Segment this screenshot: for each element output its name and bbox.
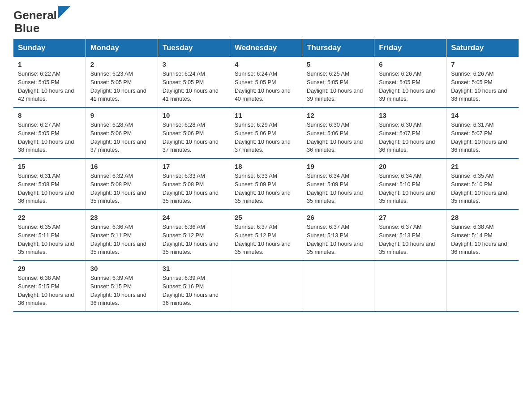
calendar-cell: 15 Sunrise: 6:31 AMSunset: 5:08 PMDaylig… <box>13 158 86 210</box>
day-info: Sunrise: 6:31 AMSunset: 5:08 PMDaylight:… <box>18 172 81 206</box>
calendar-cell <box>374 261 446 312</box>
day-number: 11 <box>235 111 297 119</box>
calendar-cell: 29 Sunrise: 6:38 AMSunset: 5:15 PMDaylig… <box>13 261 86 312</box>
calendar-cell: 16 Sunrise: 6:32 AMSunset: 5:08 PMDaylig… <box>86 158 158 210</box>
col-header-friday: Friday <box>374 39 446 57</box>
day-info: Sunrise: 6:33 AMSunset: 5:08 PMDaylight:… <box>163 172 225 206</box>
day-number: 12 <box>307 111 369 119</box>
day-number: 13 <box>379 111 442 119</box>
day-number: 4 <box>235 60 297 68</box>
calendar-cell: 28 Sunrise: 6:38 AMSunset: 5:14 PMDaylig… <box>446 210 519 261</box>
calendar-cell <box>230 261 302 312</box>
day-info: Sunrise: 6:35 AMSunset: 5:10 PMDaylight:… <box>451 172 514 206</box>
day-info: Sunrise: 6:30 AMSunset: 5:07 PMDaylight:… <box>379 121 442 154</box>
day-info: Sunrise: 6:31 AMSunset: 5:07 PMDaylight:… <box>451 121 514 154</box>
day-info: Sunrise: 6:38 AMSunset: 5:14 PMDaylight:… <box>451 223 514 257</box>
day-number: 20 <box>379 163 442 170</box>
day-info: Sunrise: 6:32 AMSunset: 5:08 PMDaylight:… <box>90 172 153 206</box>
page-header: General Blue <box>13 9 519 34</box>
day-info: Sunrise: 6:37 AMSunset: 5:13 PMDaylight:… <box>307 223 369 257</box>
day-number: 22 <box>18 214 81 221</box>
day-number: 1 <box>18 60 81 68</box>
day-number: 28 <box>451 214 514 221</box>
calendar-cell: 22 Sunrise: 6:35 AMSunset: 5:11 PMDaylig… <box>13 210 86 261</box>
day-number: 19 <box>307 163 369 170</box>
day-number: 31 <box>163 265 225 272</box>
col-header-tuesday: Tuesday <box>158 39 230 57</box>
calendar-cell: 13 Sunrise: 6:30 AMSunset: 5:07 PMDaylig… <box>374 107 446 158</box>
day-info: Sunrise: 6:24 AMSunset: 5:05 PMDaylight:… <box>235 70 297 103</box>
calendar-cell: 26 Sunrise: 6:37 AMSunset: 5:13 PMDaylig… <box>302 210 374 261</box>
day-number: 21 <box>451 163 514 170</box>
col-header-saturday: Saturday <box>446 39 519 57</box>
col-header-monday: Monday <box>86 39 158 57</box>
calendar-cell: 1 Sunrise: 6:22 AMSunset: 5:05 PMDayligh… <box>13 57 86 107</box>
day-info: Sunrise: 6:37 AMSunset: 5:13 PMDaylight:… <box>379 223 442 257</box>
day-number: 15 <box>18 163 81 170</box>
day-info: Sunrise: 6:39 AMSunset: 5:16 PMDaylight:… <box>163 274 225 308</box>
day-number: 23 <box>90 214 153 221</box>
day-info: Sunrise: 6:23 AMSunset: 5:05 PMDaylight:… <box>90 70 153 103</box>
calendar-cell: 4 Sunrise: 6:24 AMSunset: 5:05 PMDayligh… <box>230 57 302 107</box>
col-header-sunday: Sunday <box>13 39 86 57</box>
day-info: Sunrise: 6:37 AMSunset: 5:12 PMDaylight:… <box>235 223 297 257</box>
calendar-cell <box>302 261 374 312</box>
day-info: Sunrise: 6:33 AMSunset: 5:09 PMDaylight:… <box>235 172 297 206</box>
calendar-cell: 20 Sunrise: 6:34 AMSunset: 5:10 PMDaylig… <box>374 158 446 210</box>
day-info: Sunrise: 6:28 AMSunset: 5:06 PMDaylight:… <box>90 121 153 154</box>
day-info: Sunrise: 6:39 AMSunset: 5:15 PMDaylight:… <box>90 274 153 308</box>
day-number: 7 <box>451 60 514 68</box>
day-info: Sunrise: 6:34 AMSunset: 5:10 PMDaylight:… <box>379 172 442 206</box>
calendar-cell: 21 Sunrise: 6:35 AMSunset: 5:10 PMDaylig… <box>446 158 519 210</box>
calendar-cell: 7 Sunrise: 6:26 AMSunset: 5:05 PMDayligh… <box>446 57 519 107</box>
calendar-cell: 14 Sunrise: 6:31 AMSunset: 5:07 PMDaylig… <box>446 107 519 158</box>
calendar-cell: 6 Sunrise: 6:26 AMSunset: 5:05 PMDayligh… <box>374 57 446 107</box>
calendar-cell: 18 Sunrise: 6:33 AMSunset: 5:09 PMDaylig… <box>230 158 302 210</box>
day-number: 5 <box>307 60 369 68</box>
day-info: Sunrise: 6:26 AMSunset: 5:05 PMDaylight:… <box>451 70 514 103</box>
day-info: Sunrise: 6:28 AMSunset: 5:06 PMDaylight:… <box>163 121 225 154</box>
calendar-cell: 19 Sunrise: 6:34 AMSunset: 5:09 PMDaylig… <box>302 158 374 210</box>
calendar-cell: 31 Sunrise: 6:39 AMSunset: 5:16 PMDaylig… <box>158 261 230 312</box>
day-number: 6 <box>379 60 442 68</box>
calendar-cell: 12 Sunrise: 6:30 AMSunset: 5:06 PMDaylig… <box>302 107 374 158</box>
calendar-cell: 2 Sunrise: 6:23 AMSunset: 5:05 PMDayligh… <box>86 57 158 107</box>
day-number: 18 <box>235 163 297 170</box>
logo: General Blue <box>13 9 70 34</box>
calendar-cell: 24 Sunrise: 6:36 AMSunset: 5:12 PMDaylig… <box>158 210 230 261</box>
calendar-cell: 23 Sunrise: 6:36 AMSunset: 5:11 PMDaylig… <box>86 210 158 261</box>
day-info: Sunrise: 6:25 AMSunset: 5:05 PMDaylight:… <box>307 70 369 103</box>
logo-general: General <box>13 9 57 22</box>
day-number: 27 <box>379 214 442 221</box>
calendar-cell: 3 Sunrise: 6:24 AMSunset: 5:05 PMDayligh… <box>158 57 230 107</box>
calendar-cell: 8 Sunrise: 6:27 AMSunset: 5:05 PMDayligh… <box>13 107 86 158</box>
day-number: 25 <box>235 214 297 221</box>
day-info: Sunrise: 6:34 AMSunset: 5:09 PMDaylight:… <box>307 172 369 206</box>
col-header-wednesday: Wednesday <box>230 39 302 57</box>
calendar-cell: 9 Sunrise: 6:28 AMSunset: 5:06 PMDayligh… <box>86 107 158 158</box>
day-number: 8 <box>18 111 81 119</box>
day-info: Sunrise: 6:35 AMSunset: 5:11 PMDaylight:… <box>18 223 81 257</box>
calendar-cell: 25 Sunrise: 6:37 AMSunset: 5:12 PMDaylig… <box>230 210 302 261</box>
calendar-cell: 11 Sunrise: 6:29 AMSunset: 5:06 PMDaylig… <box>230 107 302 158</box>
calendar-cell: 27 Sunrise: 6:37 AMSunset: 5:13 PMDaylig… <box>374 210 446 261</box>
logo-blue: Blue <box>14 22 39 35</box>
calendar-cell: 5 Sunrise: 6:25 AMSunset: 5:05 PMDayligh… <box>302 57 374 107</box>
day-number: 3 <box>163 60 225 68</box>
day-number: 24 <box>163 214 225 221</box>
day-number: 9 <box>90 111 153 119</box>
calendar-cell <box>446 261 519 312</box>
day-number: 17 <box>163 163 225 170</box>
day-info: Sunrise: 6:27 AMSunset: 5:05 PMDaylight:… <box>18 121 81 154</box>
day-number: 30 <box>90 265 153 272</box>
day-info: Sunrise: 6:36 AMSunset: 5:12 PMDaylight:… <box>163 223 225 257</box>
calendar-cell: 30 Sunrise: 6:39 AMSunset: 5:15 PMDaylig… <box>86 261 158 312</box>
calendar-cell: 17 Sunrise: 6:33 AMSunset: 5:08 PMDaylig… <box>158 158 230 210</box>
day-number: 29 <box>18 265 81 272</box>
day-number: 26 <box>307 214 369 221</box>
day-number: 14 <box>451 111 514 119</box>
day-info: Sunrise: 6:36 AMSunset: 5:11 PMDaylight:… <box>90 223 153 257</box>
day-info: Sunrise: 6:38 AMSunset: 5:15 PMDaylight:… <box>18 274 81 308</box>
logo-triangle-icon <box>58 6 70 19</box>
day-info: Sunrise: 6:22 AMSunset: 5:05 PMDaylight:… <box>18 70 81 103</box>
